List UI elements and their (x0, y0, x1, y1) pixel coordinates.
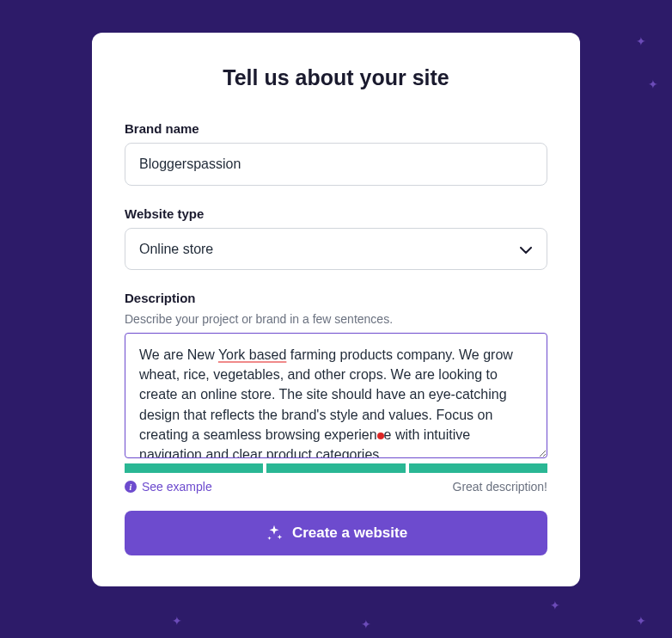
page-title: Tell us about your site (125, 65, 547, 90)
feedback-quality-text: Great description! (453, 480, 548, 494)
description-group: Description Describe your project or bra… (125, 291, 547, 458)
progress-bar-3 (409, 463, 547, 473)
see-example-link[interactable]: i See example (125, 480, 212, 494)
brand-name-input[interactable] (125, 143, 547, 186)
see-example-label: See example (142, 480, 212, 494)
create-button-label: Create a website (292, 525, 407, 542)
description-progress (125, 463, 547, 473)
description-textarea[interactable]: We are New York based farming products c… (125, 334, 547, 457)
website-type-label: Website type (125, 206, 547, 221)
description-textarea-wrapper: We are New York based farming products c… (125, 333, 547, 458)
form-card: Tell us about your site Brand name Websi… (92, 33, 580, 586)
description-help-text: Describe your project or brand in a few … (125, 312, 547, 326)
sparkles-icon (265, 524, 284, 543)
progress-bar-1 (125, 463, 263, 473)
website-type-select-wrapper: Online store (125, 228, 547, 270)
feedback-row: i See example Great description! (125, 480, 547, 494)
create-website-button[interactable]: Create a website (125, 511, 547, 555)
website-type-select[interactable]: Online store (125, 228, 547, 270)
website-type-group: Website type Online store (125, 206, 547, 270)
progress-bar-2 (266, 463, 405, 473)
brand-name-label: Brand name (125, 121, 547, 136)
description-label: Description (125, 291, 547, 305)
info-icon: i (125, 481, 137, 493)
brand-name-group: Brand name (125, 121, 547, 186)
